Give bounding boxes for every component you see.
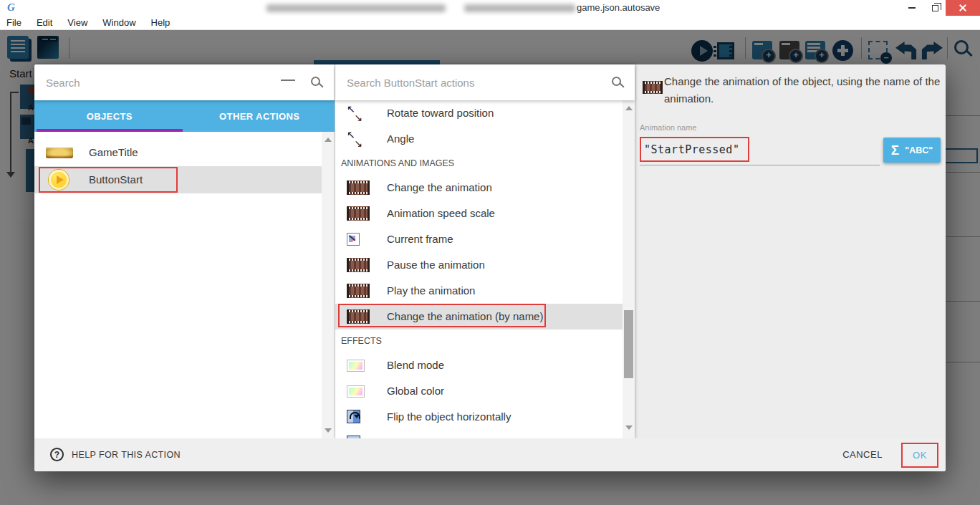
tab-objects-label: OBJECTS	[87, 111, 133, 122]
action-item[interactable]: Blend mode	[335, 352, 622, 378]
film-strip-icon	[347, 284, 370, 298]
action-item[interactable]	[335, 430, 622, 438]
close-button[interactable]	[946, 0, 980, 16]
section-header: EFFECTS	[335, 330, 622, 352]
play-button-thumbnail	[49, 170, 69, 190]
frame-icon	[347, 233, 360, 246]
minimize-icon	[908, 7, 916, 9]
action-label: Animation speed scale	[387, 201, 495, 226]
blurred-title-segment	[266, 4, 446, 12]
menu-bar: File Edit View Window Help	[0, 16, 980, 30]
action-item[interactable]: Global color	[335, 378, 622, 404]
objects-tabs: OBJECTS OTHER ACTIONS	[34, 100, 335, 132]
tab-objects[interactable]: OBJECTS	[34, 100, 185, 132]
workspace: Start P A A	[0, 30, 980, 505]
blurred-title-segment	[464, 4, 575, 12]
object-item-buttonstart[interactable]: ButtonStart	[34, 166, 335, 193]
gdevelop-logo-icon: G	[7, 1, 15, 14]
action-description: Change the animation of the object, usin…	[664, 73, 943, 107]
rotate-arrow-icon	[347, 131, 362, 147]
field-underline	[640, 165, 880, 165]
application-window: G game.json.autosave File Edit View Wind…	[0, 0, 980, 505]
object-label: ButtonStart	[89, 166, 143, 193]
scroll-down-icon[interactable]	[325, 428, 332, 433]
tab-other-actions-label: OTHER ACTIONS	[219, 111, 299, 122]
film-strip-icon	[643, 81, 663, 94]
objects-search-input[interactable]	[46, 64, 261, 100]
help-button[interactable]: HELP FOR THIS ACTION	[72, 438, 181, 471]
action-label: Flip the object horizontally	[387, 404, 511, 430]
action-label: Play the animation	[387, 278, 475, 304]
action-label: Change the animation (by name)	[387, 304, 543, 330]
section-header-label: ANIMATIONS AND IMAGES	[341, 152, 454, 175]
film-strip-icon	[347, 206, 370, 221]
window-title: game.json.autosave	[577, 2, 660, 13]
menu-help[interactable]: Help	[151, 17, 170, 28]
active-tab-indicator	[37, 129, 183, 132]
section-header: ANIMATIONS AND IMAGES	[335, 152, 622, 175]
sigma-icon: Σ	[891, 143, 899, 158]
film-strip-icon	[347, 181, 370, 195]
animation-name-input[interactable]	[644, 138, 746, 160]
search-icon[interactable]	[612, 77, 621, 86]
action-item[interactable]: Pause the animation	[335, 252, 622, 278]
field-label: Animation name	[640, 123, 697, 132]
scrollbar-thumb[interactable]	[624, 310, 633, 378]
objects-panel: OBJECTS OTHER ACTIONS GameTitle ButtonSt…	[34, 64, 335, 438]
tab-other-actions[interactable]: OTHER ACTIONS	[185, 100, 335, 132]
action-label: Current frame	[387, 226, 453, 252]
object-item-gametitle[interactable]: GameTitle	[34, 139, 335, 166]
filter-icon[interactable]	[281, 79, 295, 87]
cancel-button[interactable]: CANCEL	[837, 438, 888, 471]
color-icon	[347, 385, 365, 398]
action-item[interactable]: Animation speed scale	[335, 201, 622, 226]
dialog-footer: HELP FOR THIS ACTION CANCEL OK	[34, 438, 946, 471]
film-strip-icon	[347, 309, 370, 324]
action-label: Change the animation	[387, 175, 492, 201]
blend-mode-icon	[347, 360, 365, 372]
objects-scrollbar[interactable]	[322, 132, 335, 438]
action-item[interactable]: Flip the object horizontally	[335, 404, 622, 430]
close-icon	[959, 4, 967, 12]
ok-button[interactable]: OK	[901, 443, 938, 468]
action-item[interactable]: Change the animation	[335, 175, 622, 201]
action-item[interactable]: Current frame	[335, 226, 622, 252]
actions-search-bar	[335, 64, 635, 100]
action-label: Rotate toward position	[387, 100, 494, 126]
actions-search-input[interactable]	[347, 64, 590, 100]
expression-editor-button[interactable]: Σ "ABC"	[883, 138, 941, 163]
flip-horizontal-icon	[347, 410, 360, 423]
search-icon[interactable]	[311, 77, 320, 86]
scroll-up-icon[interactable]	[625, 106, 633, 110]
restore-icon	[932, 5, 938, 11]
action-item[interactable]: Angle	[335, 126, 622, 152]
action-label: Global color	[387, 378, 444, 404]
game-title-thumbnail	[46, 147, 73, 158]
section-header-label: EFFECTS	[341, 330, 382, 352]
actions-list: Rotate toward position Angle ANIMATIONS …	[335, 100, 635, 438]
action-label: Angle	[387, 126, 414, 152]
minimize-button[interactable]	[901, 0, 923, 16]
menu-edit[interactable]: Edit	[37, 17, 52, 28]
title-bar: G game.json.autosave	[0, 0, 980, 16]
menu-view[interactable]: View	[67, 17, 87, 28]
action-item[interactable]: Play the animation	[335, 278, 622, 304]
restore-button[interactable]	[924, 0, 946, 16]
action-item[interactable]: Rotate toward position	[335, 100, 622, 126]
highlight-box-field	[640, 137, 749, 162]
menu-file[interactable]: File	[6, 17, 21, 28]
objects-search-bar	[34, 64, 335, 100]
actions-scrollbar[interactable]	[623, 100, 635, 438]
action-editor-dialog: OBJECTS OTHER ACTIONS GameTitle ButtonSt…	[34, 64, 946, 471]
scroll-down-icon[interactable]	[625, 425, 633, 430]
menu-window[interactable]: Window	[102, 17, 135, 28]
action-label: Blend mode	[387, 352, 444, 378]
scroll-up-icon[interactable]	[325, 138, 332, 142]
expression-button-label: "ABC"	[905, 145, 933, 155]
rotate-arrow-icon	[347, 105, 362, 121]
action-label: Pause the animation	[387, 252, 485, 278]
film-strip-icon	[347, 258, 370, 272]
help-icon[interactable]	[50, 448, 64, 461]
object-label: GameTitle	[89, 139, 138, 166]
action-item-selected[interactable]: Change the animation (by name)	[335, 304, 635, 330]
